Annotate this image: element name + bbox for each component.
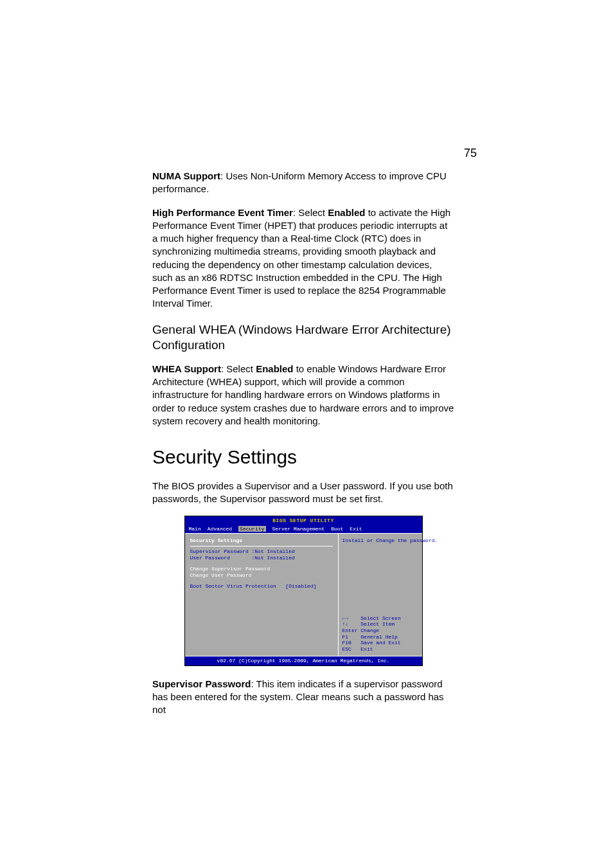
term-hpet: High Performance Event Timer — [152, 207, 293, 218]
bios-body: Security Settings Supervisor Password :N… — [185, 533, 422, 656]
bios-help-f1: F1 General Help — [342, 634, 418, 640]
bios-key-help: ←→ Select Screen ↑↓ Select Item Enter Ch… — [342, 615, 418, 653]
page-content: NUMA Support: Uses Non-Uniform Memory Ac… — [152, 170, 454, 717]
document-page: 75 NUMA Support: Uses Non-Uniform Memory… — [0, 0, 613, 868]
spacer — [190, 578, 333, 583]
term-numa: NUMA Support — [152, 170, 220, 181]
bios-help-top: Install or Change the password. — [342, 538, 418, 544]
bios-tab-exit: Exit — [350, 526, 362, 532]
bios-help-select-screen: ←→ Select Screen — [342, 615, 418, 622]
bios-boot-sector-virus-protection: Boot Sector Virus Protection [Disabled] — [190, 583, 333, 590]
text: to activate the High Performance Event T… — [152, 207, 450, 309]
bios-tab-boot: Boot — [331, 526, 343, 532]
bios-tab-security: Security — [238, 526, 265, 532]
bios-help-select-item: ↑↓ Select Item — [342, 621, 418, 628]
bios-tab-bar: Main Advanced Security Server Management… — [185, 525, 422, 534]
bios-right-panel: Install or Change the password. ←→ Selec… — [339, 534, 422, 656]
spacer — [190, 561, 333, 566]
page-number: 75 — [464, 147, 477, 160]
term-supervisor-password: Supervisor Password — [152, 678, 251, 689]
bios-help-esc: ESC Exit — [342, 646, 418, 653]
text: : Select — [293, 207, 328, 218]
paragraph-hpet: High Performance Event Timer: Select Ena… — [152, 206, 454, 311]
bios-footer: v02.67 (C)Copyright 1985-2009, American … — [185, 656, 422, 665]
bios-tab-advanced: Advanced — [208, 526, 232, 532]
bios-screenshot: BIOS SETUP UTILITY Main Advanced Securit… — [184, 516, 423, 666]
paragraph-supervisor-password: Supervisor Password: This item indicates… — [152, 678, 454, 717]
text: : Select — [221, 363, 256, 374]
bios-supervisor-password-status: Supervisor Password :Not Installed — [190, 548, 333, 555]
heading-whea-config: General WHEA (Windows Hardware Error Arc… — [152, 322, 454, 354]
bios-help-f10: F10 Save and Exit — [342, 640, 418, 646]
term-enabled: Enabled — [328, 207, 365, 218]
bios-panel-heading: Security Settings — [190, 538, 333, 547]
bios-help-enter: Enter Change — [342, 628, 418, 634]
paragraph-intro: The BIOS provides a Supervisor and a Use… — [152, 480, 454, 506]
bios-change-user-password: Change User Password — [190, 572, 333, 579]
bios-title: BIOS SETUP UTILITY — [185, 516, 422, 525]
bios-left-panel: Security Settings Supervisor Password :N… — [185, 534, 339, 656]
bios-tab-main: Main — [189, 526, 201, 532]
bios-change-supervisor-password: Change Supervisor Password — [190, 566, 333, 572]
heading-security-settings: Security Settings — [152, 444, 454, 471]
term-enabled: Enabled — [256, 363, 293, 374]
paragraph-whea: WHEA Support: Select Enabled to enable W… — [152, 363, 454, 428]
paragraph-numa: NUMA Support: Uses Non-Uniform Memory Ac… — [152, 170, 454, 196]
bios-user-password-status: User Password :Not Installed — [190, 555, 333, 561]
bios-tab-server-management: Server Management — [272, 526, 325, 532]
term-whea: WHEA Support — [152, 363, 221, 374]
